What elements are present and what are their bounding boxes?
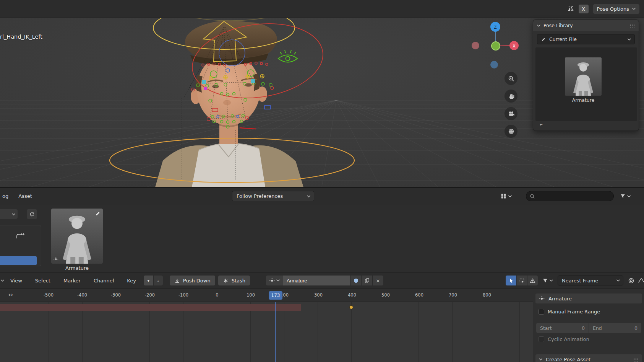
display-mode-button[interactable] <box>501 191 512 201</box>
stash-button[interactable]: Stash <box>218 276 250 285</box>
ruler-tick: 600 <box>415 292 423 298</box>
filter-button[interactable] <box>542 278 553 284</box>
falloff-curve-icon[interactable] <box>638 277 644 284</box>
asset-browser-body: Armature <box>0 204 644 272</box>
navigation-gizmo[interactable]: Z X <box>471 20 521 70</box>
unlink-icon[interactable]: × <box>372 276 383 285</box>
timeline-tracks[interactable] <box>0 302 533 362</box>
dope-toggle-group <box>506 276 538 285</box>
refresh-button[interactable] <box>27 209 37 219</box>
ruler-tick: -300 <box>111 292 121 298</box>
filter-icon <box>620 193 626 199</box>
fake-user-icon[interactable] <box>350 276 361 285</box>
search-field[interactable] <box>526 191 614 201</box>
menu-select[interactable]: Select <box>35 278 50 284</box>
library-source-label: Current File <box>549 36 577 42</box>
import-method-label: Follow Preferences <box>237 193 283 199</box>
cyclic-animation-row: Cyclic Animation <box>539 336 589 342</box>
viewport-controls <box>504 72 517 138</box>
menu-marker[interactable]: Marker <box>63 278 81 284</box>
asset-browser: og Asset Follow Preferences <box>0 187 644 272</box>
push-down-icon <box>174 278 180 284</box>
gizmo-axis-y[interactable] <box>492 42 500 50</box>
cyclic-animation-checkbox <box>539 336 544 342</box>
grip-dots-icon[interactable] <box>629 23 635 28</box>
proportional-icon[interactable] <box>628 277 634 284</box>
viewport-3d[interactable]: X Pose Options rl_Hand_IK_Left <box>0 0 644 187</box>
import-method-dropdown[interactable]: Follow Preferences <box>232 191 314 201</box>
move-down-icon[interactable]: ▾ <box>144 276 153 285</box>
ruler-tick: -200 <box>145 292 155 298</box>
asset-card[interactable]: Armature <box>51 209 103 271</box>
mirror-icon <box>567 6 574 12</box>
search-input[interactable] <box>537 194 606 199</box>
collapse-chevron-icon <box>539 358 542 360</box>
timeline-ruler[interactable]: ↔ -500 -400 -300 -200 -100 0 100 200 300… <box>0 289 533 302</box>
warning-icon[interactable] <box>527 276 538 285</box>
asset-side-panel <box>0 225 41 266</box>
expand-horizontal-icon[interactable]: ↔ <box>8 292 13 298</box>
gizmo-axis-z-negative[interactable] <box>490 61 498 68</box>
action-name-field[interactable] <box>283 276 350 285</box>
chevron-down-icon <box>276 279 280 282</box>
push-down-button[interactable]: Push Down <box>170 276 215 285</box>
current-frame-indicator[interactable]: 173 <box>269 291 282 300</box>
camera-icon[interactable] <box>504 107 517 120</box>
select-cursor-icon[interactable] <box>506 276 516 285</box>
chevron-down-icon <box>12 213 15 215</box>
ruler-tick: 100 <box>247 292 255 298</box>
search-icon <box>530 194 535 199</box>
action-panel-header[interactable]: Armature <box>535 294 642 303</box>
library-source-dropdown[interactable]: Current File <box>537 34 635 44</box>
asset-browser-header: og Asset Follow Preferences <box>0 188 644 204</box>
import-add-icon[interactable] <box>15 232 25 239</box>
pose-options-dropdown[interactable]: Pose Options <box>593 4 639 14</box>
ruler-tick: 300 <box>314 292 323 298</box>
create-pose-asset-panel-header[interactable]: Create Pose Asset <box>535 354 642 362</box>
gizmo-x-label: X <box>513 44 516 49</box>
ruler-tick: 500 <box>381 292 390 298</box>
browse-action-button[interactable] <box>266 276 283 285</box>
cyclic-animation-label: Cyclic Animation <box>548 336 589 342</box>
menu-catalog-truncated[interactable]: og <box>2 193 8 199</box>
edit-pencil-icon[interactable] <box>95 210 101 217</box>
playhead-line[interactable] <box>275 302 276 362</box>
expand-arrow-icon[interactable]: ► <box>540 122 543 126</box>
refresh-icon <box>29 211 35 217</box>
asset-thumbnail[interactable] <box>51 209 103 264</box>
menu-key[interactable]: Key <box>127 278 136 284</box>
end-value: 0 <box>634 325 638 331</box>
manual-frame-range-label: Manual Frame Range <box>548 309 600 315</box>
create-pose-asset-label: Create Pose Asset <box>546 357 590 362</box>
gizmo-axis-x-negative[interactable] <box>472 42 479 49</box>
grip-dots-icon[interactable] <box>633 357 639 362</box>
box-select-icon[interactable] <box>516 276 527 285</box>
mirror-x-toggle[interactable]: X <box>579 5 589 13</box>
keyframe-dot[interactable] <box>349 305 353 309</box>
chevron-down-icon <box>508 195 512 197</box>
snap-mode-dropdown[interactable]: Nearest Frame <box>558 276 623 285</box>
catalog-dropdown-truncated[interactable] <box>0 209 18 219</box>
filter-icon <box>542 278 548 284</box>
menu-view[interactable]: View <box>10 278 22 284</box>
menu-channel[interactable]: Channel <box>94 278 114 284</box>
pose-asset-thumbnail[interactable] <box>565 57 602 96</box>
editor-type-chevron-icon[interactable] <box>1 279 4 282</box>
filter-button[interactable] <box>620 191 631 201</box>
end-label: End <box>593 325 602 331</box>
character-render <box>96 7 363 187</box>
duplicate-icon[interactable] <box>361 276 372 285</box>
selected-list-item[interactable] <box>0 256 37 265</box>
menu-asset[interactable]: Asset <box>18 193 32 199</box>
zoom-icon[interactable] <box>504 72 517 85</box>
action-range-band <box>0 304 301 311</box>
start-frame-field: Start 0 <box>536 323 589 333</box>
manual-frame-range-checkbox[interactable] <box>539 309 544 315</box>
action-datablock: × <box>266 276 383 285</box>
pose-library-panel-header[interactable]: Pose Library <box>533 20 639 31</box>
pose-options-label: Pose Options <box>597 6 629 12</box>
move-up-icon: ▴ <box>153 276 163 285</box>
pan-hand-icon[interactable] <box>504 90 517 103</box>
pose-asset-label: Armature <box>551 97 616 103</box>
grid-sphere-icon[interactable] <box>504 125 517 138</box>
